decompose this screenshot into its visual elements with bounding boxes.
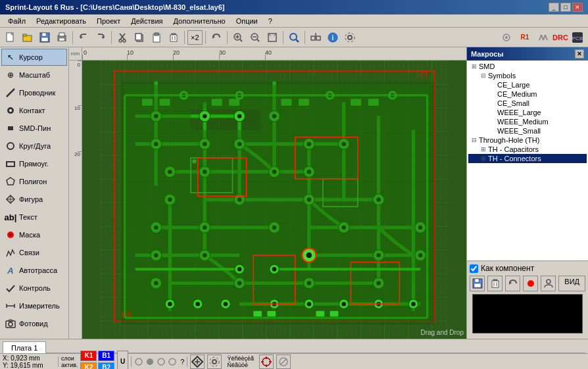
last-btn[interactable]: PCB <box>570 30 585 45</box>
panel-title-bar: Макросы ✕ <box>467 47 588 61</box>
radio-btn[interactable] <box>499 30 514 45</box>
status-text-line1: Ÿëñëèçèã <box>227 355 254 362</box>
add-component-button[interactable] <box>308 30 324 45</box>
panel-refresh-button[interactable] <box>505 276 520 291</box>
open-button[interactable] <box>20 30 36 45</box>
tool-ratsnest[interactable]: Связи <box>1 244 67 261</box>
component-checkbox[interactable] <box>470 264 478 273</box>
tool-text[interactable]: ab| Текст <box>1 209 67 226</box>
rotate-button[interactable] <box>208 30 224 45</box>
tree-item-weee-medium[interactable]: — WEEE_Medium <box>468 117 587 126</box>
menu-options[interactable]: Опции <box>231 16 263 26</box>
svg-point-43 <box>348 36 352 39</box>
panel-delete-button[interactable] <box>487 276 502 291</box>
tool-check[interactable]: Контроль <box>1 280 67 297</box>
tree-item-weee-large[interactable]: — WEEE_Large <box>468 108 587 117</box>
board-canvas[interactable]: R3 B8 Drag and Drop <box>82 61 466 339</box>
panel-dot-button[interactable] <box>523 276 538 291</box>
tree-item-smd[interactable]: ⊞ SMD <box>468 62 587 71</box>
menu-help[interactable]: ? <box>263 16 278 26</box>
status-icon-no[interactable] <box>276 355 291 369</box>
save-button[interactable] <box>37 30 53 45</box>
tool-autoroute[interactable]: A Автотрасса <box>1 262 67 279</box>
zoom-out-button[interactable] <box>247 30 263 45</box>
svg-point-197 <box>306 253 312 258</box>
svg-rect-5 <box>42 33 46 36</box>
panel-save-button[interactable] <box>470 276 485 291</box>
tree-item-ce-large[interactable]: — CE_Large <box>468 80 587 89</box>
tool-arc[interactable]: Круг/Дуга <box>1 137 67 155</box>
info-button[interactable]: i <box>325 30 341 45</box>
new-button[interactable] <box>3 30 18 45</box>
tree-item-through-hole[interactable]: ⊟ Through-Hole (TH) <box>468 135 587 145</box>
svg-rect-200 <box>253 311 262 316</box>
svg-point-226 <box>158 358 164 365</box>
tree-item-ce-medium[interactable]: — CE_Medium <box>468 89 587 99</box>
tool-shape[interactable]: Фигура <box>1 191 67 208</box>
tool-wire[interactable]: Проводник <box>1 84 67 101</box>
tool-cursor-label: Курсор <box>19 53 43 61</box>
panel-user-button[interactable] <box>541 276 556 291</box>
tool-autoroute-label: Автотрасса <box>19 266 57 274</box>
tool-rect[interactable]: Прямоуг. <box>1 155 67 172</box>
print-button[interactable] <box>54 30 70 45</box>
status-sep2 <box>131 357 132 367</box>
layer-k2[interactable]: K2 <box>80 362 97 370</box>
x2-button[interactable]: ×2 <box>187 30 203 45</box>
tool-contact[interactable]: Контакт <box>1 102 67 119</box>
tool-polygon[interactable]: Полигон <box>1 173 67 190</box>
undo-button[interactable] <box>76 30 91 45</box>
tree-item-ce-small[interactable]: — CE_Small <box>468 99 587 108</box>
drc-btn[interactable]: DRC <box>552 30 568 45</box>
canvas-area[interactable]: mm 0 10 20 30 40 0 10 <box>69 47 466 339</box>
menu-file[interactable]: Файл <box>3 16 31 26</box>
tree-item-symbols[interactable]: ⊟ Symbols <box>468 71 587 80</box>
macros-tree[interactable]: ⊞ SMD ⊟ Symbols — CE_Large — CE_Medium —… <box>467 61 588 260</box>
layer-u[interactable]: U <box>117 351 128 370</box>
svg-rect-19 <box>155 33 159 36</box>
zoom-in-button[interactable] <box>230 30 246 45</box>
svg-rect-218 <box>492 281 499 287</box>
status-icon-crosshair[interactable] <box>259 355 274 369</box>
status-sep3 <box>187 357 187 367</box>
svg-point-232 <box>210 357 219 366</box>
rect-icon <box>5 158 16 170</box>
tab-board1[interactable]: Плата 1 <box>3 341 46 353</box>
close-button[interactable]: ✕ <box>572 3 583 12</box>
minimize-button[interactable]: _ <box>549 3 559 12</box>
tool-mask[interactable]: Маска <box>1 226 67 243</box>
delete-button[interactable] <box>166 30 182 45</box>
status-icon-tool[interactable] <box>190 355 205 369</box>
component-checkbox-row: Как компонент <box>470 264 585 273</box>
tree-item-th-capacitors[interactable]: ⊞ TH - Capacitors <box>468 145 587 154</box>
vid-button[interactable]: ВИД <box>558 276 585 291</box>
search-button[interactable] <box>286 30 302 45</box>
layer-b2[interactable]: B2 <box>98 362 114 370</box>
menu-edit[interactable]: Редактировать <box>31 16 91 26</box>
tool-measure[interactable]: Измеритель <box>1 297 67 314</box>
menu-project[interactable]: Проект <box>91 16 126 26</box>
tool-smd[interactable]: SMD-Пин <box>1 120 67 137</box>
svg-rect-17 <box>135 34 141 40</box>
paste-button[interactable] <box>149 30 164 45</box>
menu-extra[interactable]: Дополнительно <box>168 16 230 26</box>
tree-item-th-connectors[interactable]: ⊞ TH - Connectors <box>468 154 587 163</box>
layer-k1[interactable]: K1 <box>80 351 97 361</box>
redo-button[interactable] <box>93 30 109 45</box>
tool-shape-label: Фигура <box>19 195 43 203</box>
r1-btn[interactable]: R1 <box>516 30 534 45</box>
menu-actions[interactable]: Действия <box>126 16 168 26</box>
tool-cursor[interactable]: ↖ Курсор <box>1 49 67 66</box>
tree-item-weee-small[interactable]: — WEEE_Small <box>468 126 587 135</box>
zoom-fit-button[interactable] <box>264 30 280 45</box>
maximize-button[interactable]: □ <box>560 3 571 12</box>
status-icon-settings[interactable] <box>207 355 222 369</box>
tool-photo[interactable]: Фотовид <box>1 315 67 332</box>
cut-button[interactable] <box>114 30 130 45</box>
signal-btn[interactable] <box>535 30 551 45</box>
tool-scale[interactable]: ⊕ Масштаб <box>1 66 67 84</box>
panel-close-button[interactable]: ✕ <box>575 49 584 59</box>
copy-button[interactable] <box>132 30 147 45</box>
settings-button[interactable] <box>342 30 358 45</box>
layer-b1[interactable]: B1 <box>98 351 114 361</box>
